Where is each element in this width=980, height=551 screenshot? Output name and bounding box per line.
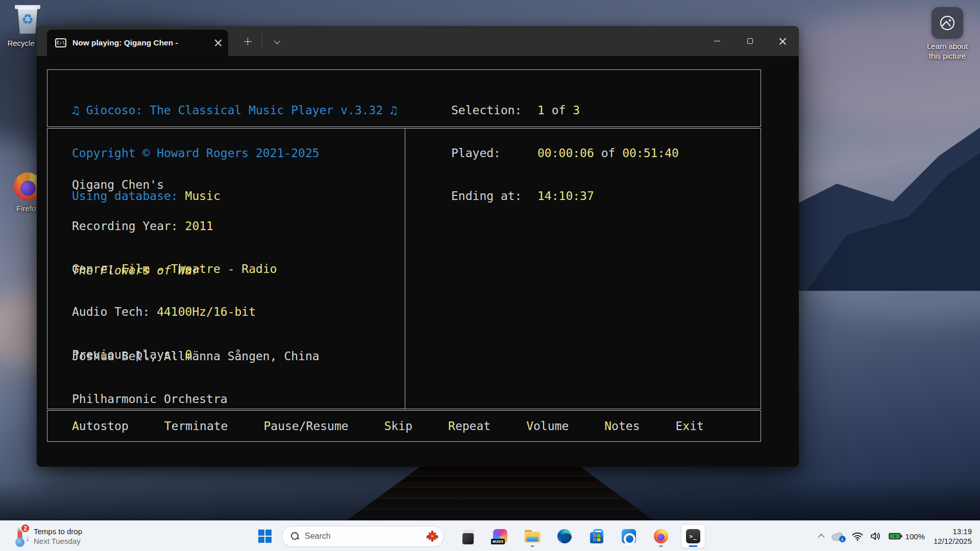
poinsettia-icon — [426, 530, 438, 542]
file-explorer-button[interactable] — [521, 524, 544, 548]
terminal-button[interactable]: >_ — [681, 524, 705, 548]
edge-button[interactable] — [553, 524, 576, 548]
minimize-button[interactable] — [701, 26, 733, 56]
audio-tech-line: Audio Tech: 44100Hz/16-bit — [72, 305, 277, 319]
tab-close-icon[interactable] — [214, 39, 222, 47]
start-button[interactable] — [253, 524, 277, 548]
clock-date: 12/12/2025 — [934, 536, 972, 546]
windows-logo-icon — [258, 530, 272, 543]
m365-badge: M365 — [491, 539, 505, 544]
clock[interactable]: 13:19 12/12/2025 — [928, 527, 980, 546]
battery-tray-button[interactable]: 100% — [885, 526, 928, 546]
outlook-icon — [622, 529, 636, 543]
outlook-button[interactable] — [617, 524, 641, 548]
onedrive-cloud-icon: i — [831, 532, 845, 541]
plus-icon — [244, 38, 252, 45]
menu-pause-resume[interactable]: Pause/Resume — [263, 419, 348, 433]
menu-volume[interactable]: Volume — [526, 419, 569, 433]
onedrive-tray-button[interactable]: i — [828, 526, 848, 546]
picture-info-icon — [932, 7, 963, 39]
learn-label-line2: this picture — [917, 51, 978, 61]
weather-subtitle: Next Tuesday — [34, 536, 82, 546]
tab-dropdown-button[interactable] — [267, 33, 285, 49]
chevron-up-icon — [818, 534, 824, 540]
maximize-icon — [747, 38, 753, 44]
search-input[interactable] — [305, 532, 421, 541]
selection-status-line: Selection:1 of 3 — [451, 103, 679, 117]
composer-line: Qigang Chen's — [72, 178, 320, 192]
wifi-tray-button[interactable] — [848, 526, 867, 546]
weather-widget[interactable]: ↓ 2 Temps to drop Next Tuesday — [8, 521, 87, 551]
firefox-button[interactable] — [649, 524, 673, 548]
taskbar: ↓ 2 Temps to drop Next Tuesday — [0, 520, 980, 551]
chevron-down-icon — [274, 37, 280, 44]
menu-exit[interactable]: Exit — [676, 419, 704, 433]
menu-skip[interactable]: Skip — [384, 419, 412, 433]
learn-label-line1: Learn about — [917, 41, 978, 51]
now-playing-box: Qigang Chen's The Flowers of War Joshua … — [47, 128, 761, 409]
copilot-icon: M365 — [493, 529, 507, 543]
thermometer-icon: ↓ 2 — [13, 527, 29, 546]
running-indicator — [531, 545, 534, 547]
task-view-button[interactable] — [456, 524, 480, 548]
microsoft-store-button[interactable] — [585, 524, 608, 548]
volume-tray-button[interactable] — [867, 526, 885, 546]
tray-overflow-button[interactable] — [816, 526, 828, 546]
pane-divider — [405, 129, 405, 409]
wifi-icon — [852, 532, 863, 541]
menu-notes[interactable]: Notes — [604, 419, 640, 433]
app-title-line: ♫ Giocoso: The Classical Music Player v.… — [72, 103, 397, 117]
active-indicator — [689, 545, 698, 547]
clock-time: 13:19 — [934, 527, 972, 536]
info-badge-icon: i — [839, 536, 846, 542]
mountain-silhouette — [776, 107, 980, 291]
tab-title: Now playing: Qigang Chen - — [72, 38, 208, 47]
speaker-icon — [870, 532, 881, 541]
terminal-window: C:\ Now playing: Qigang Chen - ♫ Giocoso… — [37, 26, 799, 467]
edge-icon — [557, 529, 572, 543]
close-button[interactable] — [766, 26, 799, 56]
terminal-header-box: ♫ Giocoso: The Classical Music Player v.… — [47, 69, 761, 127]
menu-repeat[interactable]: Repeat — [448, 419, 491, 433]
close-icon — [779, 37, 787, 45]
genre-line: Genre: Film - Theatre - Radio — [72, 262, 277, 276]
performers-line2: Philharmonic Orchestra — [72, 392, 320, 406]
file-explorer-icon — [525, 530, 540, 542]
battery-icon — [889, 533, 902, 540]
window-titlebar[interactable]: C:\ Now playing: Qigang Chen - — [37, 26, 799, 56]
store-icon — [590, 532, 603, 543]
command-menu-box: Autostop Terminate Pause/Resume Skip Rep… — [47, 410, 761, 442]
maximize-button[interactable] — [733, 26, 766, 56]
terminal-tab[interactable]: C:\ Now playing: Qigang Chen - — [47, 30, 228, 56]
copilot-m365-button[interactable]: M365 — [488, 524, 512, 548]
previous-plays-line: Previous plays: 0 — [72, 347, 277, 362]
firefox-icon — [654, 529, 668, 543]
command-prompt-icon: C:\ — [55, 38, 66, 47]
terminal-screen: ♫ Giocoso: The Classical Music Player v.… — [37, 56, 799, 467]
task-view-icon — [458, 526, 478, 546]
desktop-widget-learn-about-picture[interactable]: Learn about this picture — [915, 7, 979, 61]
minimize-icon — [714, 41, 720, 42]
menu-autostop[interactable]: Autostop — [72, 419, 129, 433]
weather-title: Temps to drop — [34, 527, 82, 536]
notification-badge: 2 — [20, 523, 30, 533]
tab-separator — [262, 34, 262, 48]
running-indicator — [659, 545, 663, 547]
search-icon — [290, 532, 300, 541]
taskbar-search[interactable] — [282, 526, 444, 547]
menu-terminate[interactable]: Terminate — [164, 419, 228, 433]
recording-year-line: Recording Year: 2011 — [72, 219, 277, 233]
terminal-icon: >_ — [686, 529, 700, 543]
battery-percent: 100% — [905, 532, 925, 541]
new-tab-button[interactable] — [239, 33, 256, 49]
